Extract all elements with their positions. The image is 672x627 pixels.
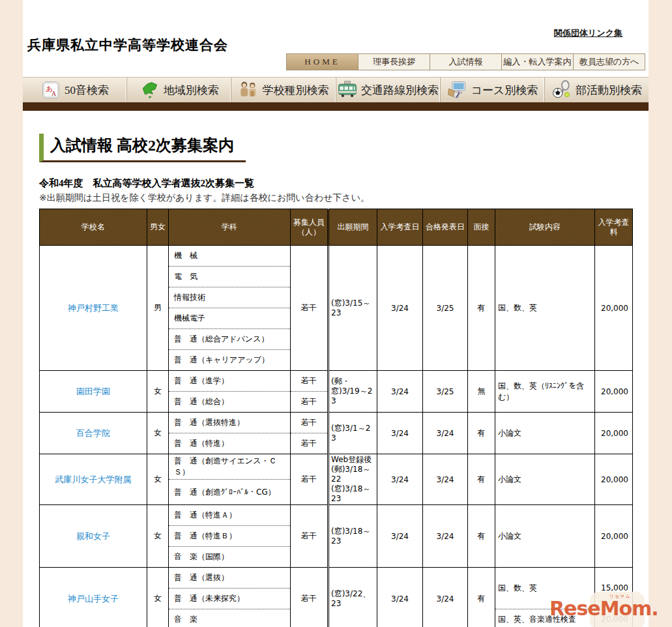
capacity-cell: 若干若干 — [291, 413, 329, 454]
department-item: 普 通（選抜） — [169, 568, 290, 589]
table-row: 親和女子女普 通（特進Ａ）普 通（特進Ｂ）音 楽（国際）若干(窓)3/18～ 2… — [40, 505, 633, 568]
sports-icon — [551, 80, 572, 100]
interview-cell: 有 — [468, 413, 495, 454]
test-item: 国、英、音楽適性検査 — [495, 609, 594, 627]
interview-cell: 有 — [468, 568, 495, 627]
search-button-label: 部活動別検索 — [576, 83, 642, 98]
column-header: 面接 — [468, 209, 495, 246]
department-item: 音 楽 — [169, 609, 290, 627]
exam-date-cell: 3/24 — [377, 505, 423, 568]
department-item: 普 通（キャリアアップ） — [169, 350, 290, 370]
fee-cell: 15,00020,000 — [595, 568, 633, 627]
nav-tab-admissions[interactable]: 入試情報 — [430, 53, 502, 70]
test-content-cell: 国、数、英 — [495, 246, 595, 371]
nav-tab-greeting[interactable]: 理事長挨拶 — [358, 53, 430, 70]
school-link[interactable]: 園田学園 — [76, 386, 110, 396]
fee-cell: 20,000 — [595, 505, 633, 568]
gender-cell: 女 — [147, 371, 169, 413]
capacity-item: 若干 — [291, 433, 327, 454]
fee-item: 15,000 — [595, 568, 632, 609]
capacity-cell: 若干 — [291, 246, 329, 371]
department-item: 普 通（未来探究） — [169, 589, 290, 609]
school-cell: 神戸村野工業 — [40, 246, 147, 371]
column-header: 入学考査日 — [377, 209, 423, 246]
department-item: 情報技術 — [169, 287, 290, 308]
search-button-course[interactable]: コース別検索 — [441, 78, 545, 102]
departments-cell: 普 通（創造サイエンス・ＣＳ）普 通（創造ｸﾞﾛｰﾊﾞﾙ・CG） — [169, 454, 291, 505]
table-row: 百合学院女普 通（選抜特進）普 通（特進）若干若干(窓)3/1～233/243/… — [40, 413, 633, 454]
gender-cell: 男 — [147, 246, 169, 371]
department-list: 普 通（特進Ａ）普 通（特進Ｂ）音 楽（国際） — [169, 505, 290, 567]
exam-date-cell: 3/24 — [377, 413, 423, 454]
department-item: 普 通（選抜特進） — [169, 413, 290, 433]
column-header: 男女 — [147, 209, 169, 246]
column-header: 募集人員（人） — [291, 209, 329, 246]
department-item: 普 通（創造ｸﾞﾛｰﾊﾞﾙ・CG） — [169, 480, 290, 504]
test-content-cell: 小論文 — [495, 454, 595, 505]
period-cell: (窓)3/18～ 23 — [329, 505, 377, 568]
school-link[interactable]: 百合学院 — [76, 428, 110, 438]
capacity-cell: 若干 — [291, 505, 329, 568]
result-date-cell: 3/24 — [423, 413, 468, 454]
fee-cell: 20,000 — [595, 246, 633, 371]
page-title: 入試情報 高校2次募集案内 — [39, 134, 246, 162]
table-row: 園田学園女普 通（進学）普 通（総合）若干若干(郵・ 窓)3/19～233/24… — [40, 371, 633, 413]
list-title: 令和4年度 私立高等学校入学者選抜2次募集一覧 — [39, 177, 254, 190]
search-button-region[interactable]: 地域別検索 — [127, 78, 231, 102]
search-button-transit[interactable]: 交通路線別検索 — [336, 78, 441, 102]
capacity-item: 若干 — [291, 392, 327, 412]
gender-cell: 女 — [147, 413, 169, 454]
search-button-label: 50音検索 — [65, 83, 109, 98]
search-button-label: コース別検索 — [471, 83, 538, 98]
column-header: 合格発表日 — [423, 209, 468, 246]
brown-divider-strip — [23, 102, 649, 111]
related-links[interactable]: 関係団体リンク集 — [554, 27, 622, 39]
departments-cell: 普 通（選抜）普 通（未来探究）音 楽 — [169, 568, 291, 627]
result-date-cell: 3/24 — [423, 505, 468, 568]
search-button-clubs[interactable]: 部活動別検索 — [545, 78, 649, 102]
nav-tab-transfer[interactable]: 編入・転入学案内 — [502, 53, 574, 70]
fee-list: 15,00020,000 — [595, 568, 632, 627]
capacity-list: 若干若干 — [291, 371, 327, 412]
fee-cell: 20,000 — [595, 454, 633, 505]
departments-cell: 普 通（特進Ａ）普 通（特進Ｂ）音 楽（国際） — [169, 505, 291, 568]
search-button-kana[interactable]: あA 50音検索 — [23, 78, 127, 102]
test-list: 国、数、英国、英、音楽適性検査 — [495, 568, 594, 627]
department-item: 機 械 — [169, 246, 290, 267]
department-item: 普 通（総合） — [169, 392, 290, 412]
exam-date-cell: 3/24 — [377, 454, 423, 505]
capacity-cell: 若干 — [291, 454, 329, 505]
department-list: 普 通（進学）普 通（総合） — [169, 371, 290, 412]
interview-cell: 有 — [468, 246, 495, 371]
test-content-cell: 国、数、英国、英、音楽適性検査 — [495, 568, 595, 627]
table-row: 神戸山手女子女普 通（選抜）普 通（未来探究）音 楽若干(窓)3/22、 233… — [40, 568, 633, 627]
fee-cell: 20,000 — [595, 371, 633, 413]
departments-cell: 普 通（進学）普 通（総合） — [169, 371, 291, 413]
content-area: 兵庫県私立中学高等学校連合会 関係団体リンク集 HOME 理事長挨拶 入試情報 … — [23, 0, 649, 627]
school-link[interactable]: 神戸村野工業 — [68, 303, 119, 313]
table-row: 武庫川女子大学附属女普 通（創造サイエンス・ＣＳ）普 通（創造ｸﾞﾛｰﾊﾞﾙ・C… — [40, 454, 633, 505]
column-header: 試験内容 — [495, 209, 595, 246]
period-cell: (窓)3/1～23 — [329, 413, 377, 454]
admissions-table: 学校名男女学科募集人員（人）出願期間入学考査日合格発表日面接試験内容入学考査料 … — [39, 209, 633, 627]
school-cell: 神戸山手女子 — [40, 568, 147, 627]
department-item: 電 気 — [169, 267, 290, 287]
school-link[interactable]: 武庫川女子大学附属 — [55, 474, 132, 484]
search-button-schooltype[interactable]: 学校種別検索 — [231, 78, 336, 102]
nav-tab-teachers[interactable]: 教員志望の方へ — [574, 53, 645, 70]
students-icon — [238, 80, 259, 100]
school-link[interactable]: 神戸山手女子 — [68, 594, 119, 604]
column-header: 学校名 — [40, 209, 147, 246]
table-header: 学校名男女学科募集人員（人）出願期間入学考査日合格発表日面接試験内容入学考査料 — [40, 209, 633, 246]
exam-date-cell: 3/24 — [377, 246, 423, 371]
school-cell: 園田学園 — [40, 371, 147, 413]
test-content-cell: 国、数、英（ﾘｽﾆﾝｸﾞを含む） — [495, 371, 595, 413]
map-icon — [139, 80, 160, 100]
result-date-cell: 3/24 — [423, 454, 468, 505]
school-link[interactable]: 親和女子 — [76, 531, 110, 541]
capacity-cell: 若干若干 — [291, 371, 329, 413]
gender-cell: 女 — [147, 454, 169, 505]
nav-tab-home[interactable]: HOME — [286, 53, 358, 70]
train-icon — [337, 80, 358, 100]
interview-cell: 有 — [468, 454, 495, 505]
